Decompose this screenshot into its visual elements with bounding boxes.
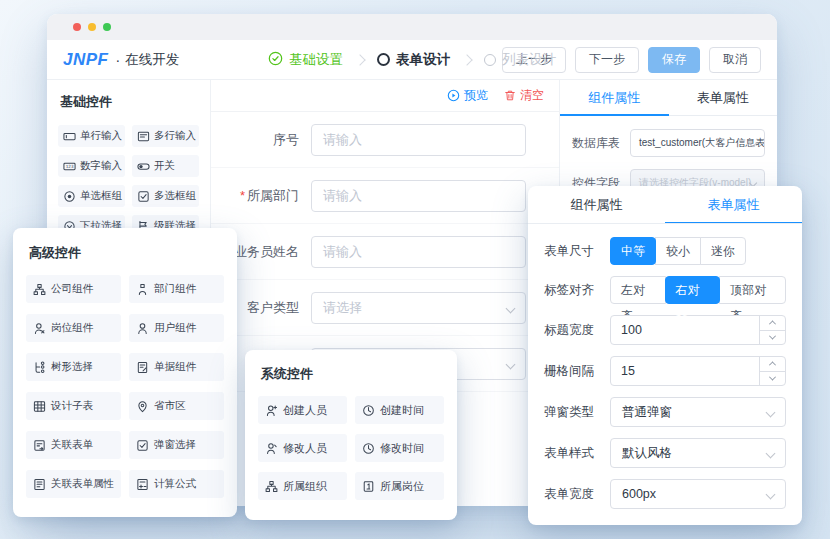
clear-button[interactable]: 清空 [504,87,544,104]
control-item-clock[interactable]: 创建时间 [355,396,444,424]
cancel-button[interactable]: 取消 [709,47,761,73]
tab-组件属性[interactable]: 组件属性 [560,80,669,115]
segment-option-迷你[interactable]: 迷你 [700,237,746,265]
stepper-up-button[interactable] [760,316,785,331]
chevron-down-icon [766,490,776,500]
number-icon: 123 [63,160,76,173]
preview-button[interactable]: 预览 [447,87,488,104]
next-step-button[interactable]: 下一步 [575,47,639,73]
control-item-user-add[interactable]: 创建人员 [258,396,347,424]
control-item-company[interactable]: 公司组件 [26,275,121,303]
wizard-step-3[interactable]: 列表设计 [484,51,556,69]
field-placeholder: 请选择 [323,299,362,317]
department-icon [136,283,149,296]
number-input[interactable]: 100 [610,315,786,345]
segment-option-右对齐[interactable]: 右对齐 [665,276,721,304]
control-item-post[interactable]: 岗位组件 [26,314,121,342]
control-item-relation[interactable]: 关联表单 [26,431,121,459]
popup-icon [136,439,149,452]
control-item-clock[interactable]: 修改时间 [355,434,444,462]
control-item-department[interactable]: 部门组件 [129,275,224,303]
chevron-down-icon [506,303,516,313]
form-prop-row: 表单样式默认风格 [544,438,786,468]
control-item-tree[interactable]: 树形选择 [26,353,121,381]
tab-表单属性[interactable]: 表单属性 [669,80,778,115]
subtable-icon [33,400,46,413]
control-item-label: 关联表单属性 [51,477,114,491]
chevron-down-icon [766,408,776,418]
form-input-field[interactable]: 请输入 [311,180,526,212]
checkbox-icon [137,190,150,203]
control-item-label: 单据组件 [154,360,196,374]
chevron-down-icon [506,359,516,369]
control-item-formula[interactable]: 计算公式 [129,470,224,498]
form-input-field[interactable]: 请输入 [311,124,526,156]
form-prop-label: 表单宽度 [544,486,610,503]
control-item-label: 公司组件 [51,282,93,296]
chevron-down-icon [766,449,776,459]
control-item-bill[interactable]: 单据组件 [129,353,224,381]
field-placeholder: 请输入 [323,187,362,205]
stepper-up-button[interactable] [760,357,785,372]
bill-icon [136,361,149,374]
form-prop-select[interactable]: 默认风格 [610,438,786,468]
save-button[interactable]: 保存 [648,47,700,73]
control-item-input[interactable]: 单行输入 [58,125,125,147]
form-select-field[interactable]: 请选择 [311,292,526,324]
stepper-down-button[interactable] [760,331,785,345]
segment-option-中等[interactable]: 中等 [610,237,656,265]
chevron-up-icon [769,321,776,328]
segment-option-顶部对齐[interactable]: 顶部对齐 [719,276,786,304]
form-prop-row: 标题宽度100 [544,315,786,345]
form-prop-row: 表单宽度600px [544,479,786,509]
radio-icon [63,190,76,203]
segment-option-较小[interactable]: 较小 [655,237,701,265]
control-item-switch[interactable]: 开关 [132,155,199,177]
tab-组件属性[interactable]: 组件属性 [528,186,665,223]
control-item-badge[interactable]: 所属岗位 [355,472,444,500]
control-item-checkbox[interactable]: 多选框组 [132,185,199,207]
minimize-window-icon[interactable] [88,23,96,31]
form-prop-label: 栅格间隔 [544,363,610,380]
control-item-popup[interactable]: 弹窗选择 [129,431,224,459]
segment-option-左对齐[interactable]: 左对齐 [610,276,666,304]
prop-label: 数据库表 [572,135,630,152]
control-item-user-edit[interactable]: 修改人员 [258,434,347,462]
control-item-label: 弹窗选择 [154,438,196,452]
control-item-org[interactable]: 所属组织 [258,472,347,500]
number-input[interactable]: 15 [610,356,786,386]
select-value: 普通弹窗 [622,404,672,421]
badge-icon [362,480,375,493]
maximize-window-icon[interactable] [103,23,111,31]
form-prop-label: 标题宽度 [544,322,610,339]
control-item-user[interactable]: 用户组件 [129,314,224,342]
tab-表单属性[interactable]: 表单属性 [665,186,802,223]
control-item-radio[interactable]: 单选框组 [58,185,125,207]
control-item-textarea[interactable]: 多行输入 [132,125,199,147]
stepper-down-button[interactable] [760,372,785,386]
control-item-subtable[interactable]: 设计子表 [26,392,121,420]
form-prop-control: 15 [610,356,786,386]
form-prop-label: 标签对齐 [544,282,610,299]
chevron-down-icon [769,332,776,339]
control-item-number[interactable]: 123数字输入 [58,155,125,177]
control-item-region[interactable]: 省市区 [129,392,224,420]
form-input-field[interactable]: 请输入 [311,236,526,268]
step-label: 基础设置 [289,51,343,69]
clock-icon [362,442,375,455]
close-window-icon[interactable] [73,23,81,31]
control-item-label: 多选框组 [154,189,196,203]
wizard-step-1[interactable]: 基础设置 [268,51,343,69]
wizard-step-2[interactable]: 表单设计 [377,51,450,69]
form-prop-select[interactable]: 600px [610,479,786,509]
control-item-relation-attr[interactable]: 关联表单属性 [26,470,121,498]
form-prop-select[interactable]: 普通弹窗 [610,397,786,427]
form-row: *所属部门请输入 [211,168,559,224]
form-prop-control: 600px [610,479,786,509]
control-item-label: 创建人员 [283,403,327,418]
control-item-label: 所属岗位 [380,479,424,494]
window-titlebar [47,14,777,40]
form-prop-control: 普通弹窗 [610,397,786,427]
form-field-label: *所属部门 [211,187,311,205]
prop-select[interactable]: test_customer(大客户信息表) [630,129,765,157]
